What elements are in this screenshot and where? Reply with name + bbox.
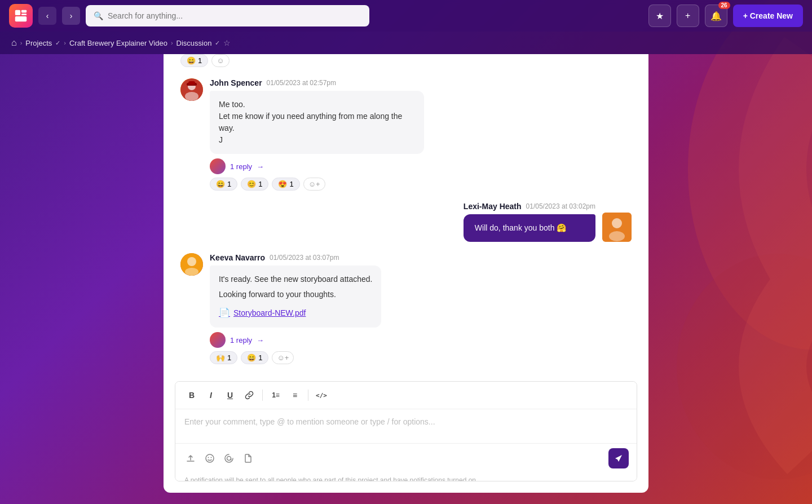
add-icon: +: [685, 11, 690, 21]
emoji-button[interactable]: [202, 451, 217, 466]
reaction-add-keeva[interactable]: ☺+: [272, 351, 294, 364]
editor-placeholder: Enter your comment, type @ to mention so…: [184, 417, 435, 426]
editor-bottom-icons: [183, 451, 608, 466]
svg-rect-3: [21, 10, 27, 13]
breadcrumb-sep-2: ›: [171, 39, 173, 46]
breadcrumb-projects[interactable]: Projects: [25, 39, 52, 47]
msg-content-john: John Spencer 01/05/2023 at 02:57pm Me to…: [210, 78, 424, 191]
mention-button[interactable]: [222, 451, 236, 466]
msg-header-lexi: Lexi-May Heath 01/05/2023 at 03:02pm: [464, 202, 595, 211]
avatar-lexi: [602, 213, 632, 242]
msg-left-keeva: Keeva Navarro 01/05/2023 at 03:07pm It's…: [180, 253, 632, 364]
breadcrumb-video[interactable]: Craft Brewery Explainer Video: [69, 39, 167, 47]
unordered-list-button[interactable]: ≡: [286, 387, 303, 403]
search-input[interactable]: [108, 11, 361, 20]
breadcrumb-sep-0: ›: [20, 39, 23, 46]
editor-input[interactable]: Enter your comment, type @ to mention so…: [175, 409, 637, 443]
reactions-john: 😄1 😊1 😍1 ☺+: [210, 178, 424, 191]
reaction-hands-keeva[interactable]: 🙌1: [210, 351, 237, 364]
msg-bubble-john: Me too. Let me know if you need anything…: [210, 91, 424, 154]
msg-time-john: 01/05/2023 at 02:57pm: [267, 79, 336, 87]
forward-button[interactable]: ›: [62, 7, 80, 25]
mention-icon: [224, 453, 234, 463]
discussion-check-icon: ✓: [215, 39, 220, 47]
msg-author-keeva: Keeva Navarro: [210, 253, 265, 262]
msg-header-john: John Spencer 01/05/2023 at 02:57pm: [210, 78, 424, 87]
send-button[interactable]: [608, 448, 629, 468]
reaction-laugh-john[interactable]: 😄1: [210, 178, 237, 191]
messages-area: John Spencer 01/05/2023 at 02:57pm Me to…: [164, 73, 648, 381]
reaction-pill-smile[interactable]: 😄 1: [180, 54, 208, 67]
reaction-smile-john[interactable]: 😊1: [241, 178, 268, 191]
reply-row-keeva: 1 reply →: [210, 332, 381, 348]
upload-button[interactable]: [183, 451, 198, 466]
reactions-keeva: 🙌1 😄1 ☺+: [210, 351, 381, 364]
message-group-keeva: Keeva Navarro 01/05/2023 at 03:07pm It's…: [180, 253, 632, 364]
breadcrumb-discussion[interactable]: Discussion: [176, 39, 212, 47]
msg-header-keeva: Keeva Navarro 01/05/2023 at 03:07pm: [210, 253, 381, 262]
home-icon[interactable]: ⌂: [11, 38, 17, 48]
reaction-add-top[interactable]: ☺: [211, 54, 229, 67]
favorites-button[interactable]: ★: [648, 5, 671, 27]
reply-avatar-john: [210, 158, 226, 174]
back-button[interactable]: ‹: [38, 7, 56, 25]
discussion-panel: 😄 1 ☺: [164, 54, 648, 493]
svg-rect-5: [15, 16, 27, 21]
msg-bubble-lexi: Will do, thank you both 🤗: [464, 214, 595, 242]
notification-badge: 26: [718, 2, 730, 9]
pdf-icon: 📄: [219, 306, 230, 320]
logo-button[interactable]: [9, 4, 33, 28]
reply-count-john[interactable]: 1 reply: [230, 162, 252, 171]
link-button[interactable]: [241, 387, 258, 403]
avatar-keeva: [180, 253, 203, 276]
message-group-lexi: Lexi-May Heath 01/05/2023 at 03:02pm Wil…: [180, 202, 632, 242]
msg-time-keeva: 01/05/2023 at 03:07pm: [270, 254, 339, 262]
file-button[interactable]: [241, 451, 255, 466]
svg-rect-2: [15, 10, 20, 15]
message-group-john: John Spencer 01/05/2023 at 02:57pm Me to…: [180, 78, 632, 191]
link-icon: [245, 391, 254, 400]
breadcrumb-star-icon[interactable]: ☆: [223, 38, 231, 47]
svg-point-12: [612, 218, 622, 228]
attachment-pdf[interactable]: 📄 Storyboard-NEW.pdf: [219, 306, 372, 320]
svg-rect-10: [188, 81, 195, 85]
ordered-list-button[interactable]: 1≡: [267, 387, 284, 403]
toolbar-sep-1: [262, 390, 263, 401]
svg-point-20: [227, 457, 231, 461]
editor-toolbar: B I U 1≡ ≡ </>: [175, 382, 637, 409]
main-content: 😄 1 ☺: [0, 54, 812, 504]
msg-bubble-keeva: It's ready. See the new storyboard attac…: [210, 266, 381, 328]
search-icon: 🔍: [94, 11, 103, 20]
svg-point-18: [208, 457, 209, 458]
notifications-button[interactable]: 🔔 26: [705, 5, 727, 27]
reply-arrow-keeva: →: [257, 336, 264, 344]
reply-count-keeva[interactable]: 1 reply: [230, 336, 252, 344]
editor-notification-text: A notification will be sent to all peopl…: [175, 473, 637, 481]
reply-row-john: 1 reply →: [210, 158, 424, 174]
editor-bottom-bar: [175, 443, 637, 473]
reply-arrow-john: →: [257, 162, 264, 171]
svg-point-13: [609, 231, 625, 241]
bold-button[interactable]: B: [183, 387, 200, 403]
reaction-laugh-keeva[interactable]: 😄1: [241, 351, 268, 364]
breadcrumb: ⌂ › Projects ✓ › Craft Brewery Explainer…: [0, 32, 812, 54]
emoji-icon: [205, 453, 215, 463]
svg-rect-4: [21, 14, 27, 15]
breadcrumb-sep-1: ›: [64, 39, 66, 46]
add-button[interactable]: +: [677, 5, 699, 27]
svg-point-19: [211, 457, 212, 458]
create-new-button[interactable]: + Create New: [733, 5, 803, 27]
underline-button[interactable]: U: [222, 387, 239, 403]
svg-point-8: [185, 92, 198, 101]
italic-button[interactable]: I: [202, 387, 219, 403]
svg-point-17: [206, 454, 214, 462]
code-button[interactable]: </>: [313, 387, 330, 403]
search-bar: 🔍: [86, 5, 369, 26]
reaction-add-john[interactable]: ☺+: [303, 178, 325, 191]
msg-left-john: John Spencer 01/05/2023 at 02:57pm Me to…: [180, 78, 632, 191]
star-icon: ★: [656, 11, 664, 21]
upload-icon: [186, 453, 196, 463]
svg-point-16: [185, 268, 198, 276]
msg-author-john: John Spencer: [210, 78, 262, 87]
reaction-heart-john[interactable]: 😍1: [272, 178, 299, 191]
